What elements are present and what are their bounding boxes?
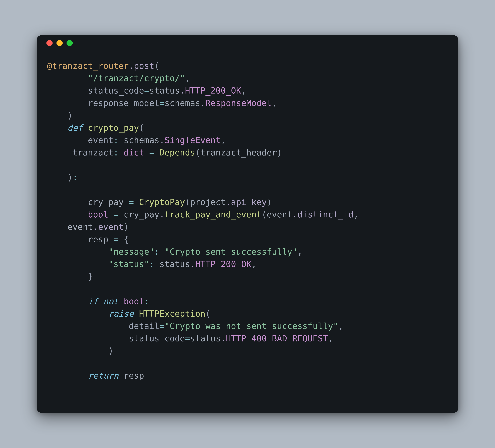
code-token: CryptoPay (139, 197, 185, 207)
code-token: , (338, 321, 344, 331)
code-token: status (190, 334, 221, 343)
code-token (47, 222, 68, 232)
code-token (119, 297, 124, 306)
code-token: event (98, 222, 124, 232)
code-token: . (221, 334, 226, 343)
code-token: . (129, 61, 134, 71)
code-token: post (134, 61, 154, 71)
code-token: ( (139, 123, 144, 133)
code-token (119, 371, 124, 381)
code-token: if (88, 297, 98, 306)
code-token: def (68, 123, 83, 133)
code-token (47, 73, 88, 83)
code-token: HTTP_200_OK (195, 259, 251, 269)
code-token: . (180, 86, 185, 95)
code-token: , (297, 247, 302, 257)
code-token (119, 235, 124, 244)
code-token: : (144, 297, 149, 306)
code-token: ResponseModel (206, 98, 272, 108)
code-token: : (154, 247, 165, 257)
maximize-icon[interactable] (67, 40, 73, 46)
code-token (47, 98, 88, 108)
code-token: project (190, 197, 226, 207)
code-token (47, 86, 88, 95)
code-token: Depends (159, 148, 195, 158)
code-token: : (113, 148, 124, 158)
code-token (47, 259, 109, 269)
code-token: "message" (109, 247, 154, 257)
code-token: . (159, 135, 165, 145)
code-token: = (149, 148, 154, 158)
code-token: return (88, 371, 119, 381)
code-token: status_code (129, 334, 185, 343)
code-token: response_model (88, 98, 159, 108)
code-token (47, 297, 88, 306)
code-token: , (241, 86, 246, 95)
code-token: , (272, 98, 277, 108)
code-token: HTTPException (139, 309, 205, 318)
code-token: crypto_pay (88, 123, 139, 133)
code-token: . (292, 210, 297, 219)
code-token: bool (88, 210, 109, 219)
code-token: status (159, 259, 190, 269)
code-token: api_key (231, 197, 267, 207)
code-token: distinct_id (297, 210, 354, 219)
code-token: { (124, 235, 129, 244)
code-token (47, 272, 88, 281)
code-token: not (103, 297, 119, 306)
code-token: schemas (165, 98, 200, 108)
code-token: ) (68, 173, 73, 182)
code-token: = (113, 210, 119, 219)
code-token: . (93, 222, 98, 232)
code-token (47, 371, 88, 381)
code-token: tranzact_header (200, 148, 277, 158)
code-token (47, 148, 73, 158)
code-token: . (200, 98, 206, 108)
titlebar (37, 35, 458, 51)
code-token: ) (68, 111, 73, 120)
code-token: ( (154, 61, 159, 71)
code-token: event (68, 222, 93, 232)
code-token: } (88, 272, 93, 281)
code-token: : (73, 173, 78, 182)
code-token: "status" (109, 259, 149, 269)
code-token: event (88, 135, 113, 145)
code-token: ( (185, 197, 190, 207)
code-content: @tranzact_router.post( "/tranzact/crypto… (37, 51, 458, 390)
code-token: = (129, 197, 134, 207)
code-token: SingleEvent (165, 135, 221, 145)
code-token (119, 210, 124, 219)
code-token: , (251, 259, 257, 269)
code-token: ( (262, 210, 267, 219)
code-token: "Crypto was not sent successfully" (165, 321, 338, 331)
code-token: , (185, 73, 190, 83)
code-token: track_pay_and_event (165, 210, 262, 219)
minimize-icon[interactable] (56, 40, 63, 46)
code-token: resp (88, 235, 109, 244)
code-token: : (149, 259, 159, 269)
code-token: "Crypto sent successfully" (165, 247, 297, 257)
code-token (134, 197, 139, 207)
code-token: "/tranzact/crypto/" (88, 73, 185, 83)
code-token: schemas (124, 135, 159, 145)
code-token: HTTP_200_OK (185, 86, 241, 95)
code-token: = (113, 235, 119, 244)
code-token: ) (109, 346, 114, 356)
code-token (47, 210, 88, 219)
code-token: ) (277, 148, 282, 158)
close-icon[interactable] (46, 40, 53, 46)
code-token: ( (206, 309, 211, 318)
code-token: = (159, 98, 165, 108)
code-token: . (226, 197, 231, 207)
code-token: raise (109, 309, 134, 318)
code-token (47, 135, 88, 145)
code-token: = (185, 334, 190, 343)
code-token: : (113, 135, 124, 145)
code-token (47, 309, 109, 318)
code-token: = (144, 86, 149, 95)
code-token: = (159, 321, 165, 331)
code-token: dict (124, 148, 144, 158)
code-token: cry_pay (88, 197, 124, 207)
code-token: ) (267, 197, 272, 207)
code-token (83, 123, 88, 133)
